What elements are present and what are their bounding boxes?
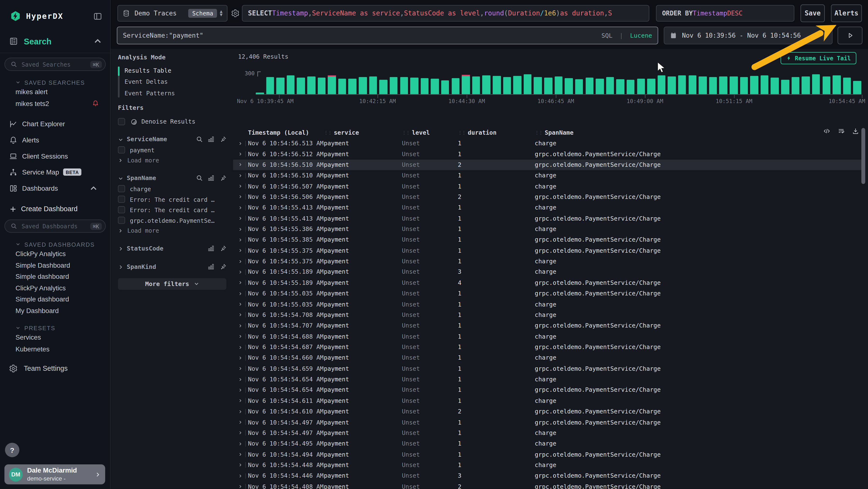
table-row[interactable]: Nov 6 10:54:56.510 AMpaymentUnset2grpc.o… bbox=[233, 160, 863, 170]
table-row[interactable]: Nov 6 10:54:54.448 AMpaymentUnset1charge bbox=[233, 460, 863, 470]
column-header-level[interactable]: ⋮⋮level bbox=[402, 129, 458, 136]
search-query-input[interactable]: ServiceName:"payment" SQL | Lucene bbox=[117, 27, 658, 44]
histogram-bar[interactable] bbox=[833, 76, 840, 94]
date-range-picker[interactable]: Nov 6 10:39:56 - Nov 6 10:54:56 bbox=[664, 27, 833, 44]
filter-group-spankind[interactable]: SpanKind bbox=[118, 262, 226, 272]
filter-option-checkbox[interactable] bbox=[118, 146, 125, 153]
histogram-bar[interactable] bbox=[359, 77, 367, 94]
filter-option-checkbox[interactable] bbox=[118, 217, 125, 224]
histogram-bar[interactable] bbox=[719, 77, 727, 94]
pin-icon[interactable] bbox=[219, 245, 226, 252]
saved-dashboard-item[interactable]: Simple Dashboard bbox=[0, 260, 110, 271]
table-row[interactable]: Nov 6 10:54:54.708 AMpaymentUnset1charge bbox=[233, 310, 863, 320]
preset-item[interactable]: Kubernetes bbox=[0, 343, 110, 354]
histogram-bar[interactable] bbox=[812, 74, 820, 94]
histogram-bar[interactable] bbox=[348, 79, 356, 94]
saved-dashboards-header[interactable]: SAVED DASHBOARDS bbox=[0, 240, 110, 248]
table-row[interactable]: Nov 6 10:54:55.375 AMpaymentUnset1grpc.o… bbox=[233, 245, 863, 256]
table-row[interactable]: Nov 6 10:54:54.497 AMpaymentUnset1charge bbox=[233, 428, 863, 438]
histogram-bar[interactable] bbox=[740, 77, 748, 94]
source-settings-gear-icon[interactable] bbox=[231, 9, 240, 18]
histogram-bar[interactable] bbox=[400, 77, 408, 94]
histogram-bar[interactable] bbox=[493, 76, 500, 94]
histogram-bar[interactable] bbox=[678, 75, 686, 94]
table-row[interactable]: Nov 6 10:54:56.513 AMpaymentUnset1charge bbox=[233, 138, 863, 149]
saved-searches-header[interactable]: SAVED SEARCHES bbox=[0, 78, 110, 86]
bar-chart-icon[interactable] bbox=[208, 175, 215, 182]
saved-dashboard-item[interactable]: Simple dashboard bbox=[0, 271, 110, 282]
table-row[interactable]: Nov 6 10:54:55.189 AMpaymentUnset4grpc.o… bbox=[233, 278, 863, 288]
table-row[interactable]: Nov 6 10:54:54.707 AMpaymentUnset1grpc.o… bbox=[233, 320, 863, 331]
table-row[interactable]: Nov 6 10:54:55.375 AMpaymentUnset1charge bbox=[233, 256, 863, 267]
column-header-timestamp-local-[interactable]: Timestamp (Local) bbox=[248, 129, 324, 136]
filter-group-statuscode[interactable]: StatusCode bbox=[118, 243, 226, 253]
sidebar-item-dashboards[interactable]: Dashboards bbox=[0, 180, 110, 196]
histogram-bar[interactable] bbox=[585, 78, 593, 94]
histogram-bar[interactable] bbox=[544, 78, 552, 94]
table-row[interactable]: Nov 6 10:54:54.611 AMpaymentUnset1charge bbox=[233, 395, 863, 406]
table-row[interactable]: Nov 6 10:54:54.688 AMpaymentUnset1charge bbox=[233, 331, 863, 342]
histogram-bar[interactable] bbox=[483, 75, 490, 94]
histogram-bar[interactable] bbox=[596, 79, 604, 94]
analysis-mode-results-table[interactable]: Results Table bbox=[125, 65, 226, 76]
histogram-bar[interactable] bbox=[379, 80, 387, 94]
sidebar-collapse-icon[interactable] bbox=[93, 11, 102, 21]
chevron-up-icon[interactable] bbox=[93, 36, 102, 46]
histogram-bar[interactable] bbox=[503, 77, 511, 94]
order-by-input[interactable]: ORDER BY Timestamp DESC bbox=[656, 5, 795, 22]
denoise-results-toggle[interactable]: Denoise Results bbox=[118, 117, 226, 126]
table-row[interactable]: Nov 6 10:54:56.512 AMpaymentUnset1grpc.o… bbox=[233, 149, 863, 159]
bar-chart-icon[interactable] bbox=[208, 263, 215, 270]
saved-search-item[interactable]: mikes alert bbox=[0, 86, 110, 98]
filter-option[interactable]: Error: The credit card … bbox=[118, 205, 226, 214]
histogram-bar[interactable] bbox=[410, 78, 418, 94]
histogram-bar[interactable] bbox=[823, 77, 830, 94]
sidebar-item-team-settings[interactable]: Team Settings bbox=[0, 361, 110, 376]
saved-dashboard-item[interactable]: ClickPy Analytics bbox=[0, 282, 110, 294]
table-row[interactable]: Nov 6 10:54:55.385 AMpaymentUnset1grpc.o… bbox=[233, 235, 863, 245]
histogram-bar[interactable] bbox=[843, 78, 851, 94]
filter-group-spanname[interactable]: SpanName bbox=[118, 173, 226, 183]
histogram-bar[interactable] bbox=[338, 79, 346, 94]
histogram-bar[interactable] bbox=[287, 76, 294, 94]
filter-option-checkbox[interactable] bbox=[118, 196, 125, 203]
saved-dashboards-input[interactable]: Saved Dashboards ⌘K bbox=[4, 220, 105, 233]
filter-option[interactable]: charge bbox=[118, 184, 226, 194]
histogram-bar[interactable] bbox=[657, 75, 665, 94]
run-query-button[interactable] bbox=[838, 27, 863, 44]
table-row[interactable]: Nov 6 10:54:54.654 AMpaymentUnset1charge bbox=[233, 374, 863, 385]
column-header-duration[interactable]: ⋮⋮duration bbox=[458, 129, 535, 136]
filter-group-servicename[interactable]: ServiceName bbox=[118, 135, 226, 144]
histogram-bar[interactable] bbox=[390, 77, 398, 94]
pin-icon[interactable] bbox=[219, 175, 226, 182]
table-row[interactable]: Nov 6 10:54:55.035 AMpaymentUnset1charge bbox=[233, 299, 863, 310]
histogram-bar[interactable] bbox=[791, 77, 799, 94]
sidebar-item-client-sessions[interactable]: Client Sessions bbox=[0, 148, 110, 164]
table-row[interactable]: Nov 6 10:54:56.506 AMpaymentUnset2grpc.o… bbox=[233, 192, 863, 202]
alerts-button[interactable]: Alerts bbox=[831, 4, 862, 22]
wrap-lines-icon[interactable] bbox=[838, 127, 845, 135]
sql-select-input[interactable]: SELECT Timestamp, ServiceName as service… bbox=[242, 5, 649, 22]
histogram-bar[interactable] bbox=[637, 79, 645, 94]
save-button[interactable]: Save bbox=[801, 4, 825, 22]
filter-option[interactable]: payment bbox=[118, 145, 226, 155]
histogram-bar[interactable] bbox=[297, 78, 305, 94]
table-row[interactable]: Nov 6 10:54:54.408 AMpaymentUnset2grpc.o… bbox=[233, 481, 863, 489]
histogram-bar[interactable] bbox=[802, 77, 810, 94]
download-icon[interactable] bbox=[852, 127, 859, 135]
histogram-bar[interactable] bbox=[647, 79, 655, 94]
histogram-bar[interactable] bbox=[431, 79, 439, 94]
histogram-bar[interactable] bbox=[276, 78, 284, 94]
table-row[interactable]: Nov 6 10:54:54.660 AMpaymentUnset1charge bbox=[233, 353, 863, 363]
histogram-bar[interactable] bbox=[668, 77, 676, 94]
table-row[interactable]: Nov 6 10:54:55.386 AMpaymentUnset1charge bbox=[233, 224, 863, 234]
filter-option-checkbox[interactable] bbox=[118, 206, 125, 213]
column-drag-handle-icon[interactable]: ⋮⋮ bbox=[458, 130, 466, 135]
table-row[interactable]: Nov 6 10:54:54.610 AMpaymentUnset2grpc.o… bbox=[233, 406, 863, 417]
language-lucene[interactable]: Lucene bbox=[630, 32, 652, 39]
search-icon[interactable] bbox=[196, 175, 203, 182]
bar-chart-icon[interactable] bbox=[208, 136, 215, 143]
sidebar-item-alerts[interactable]: Alerts bbox=[0, 132, 110, 148]
histogram-bar[interactable] bbox=[524, 74, 532, 94]
table-row[interactable]: Nov 6 10:54:56.510 AMpaymentUnset1charge bbox=[233, 170, 863, 181]
